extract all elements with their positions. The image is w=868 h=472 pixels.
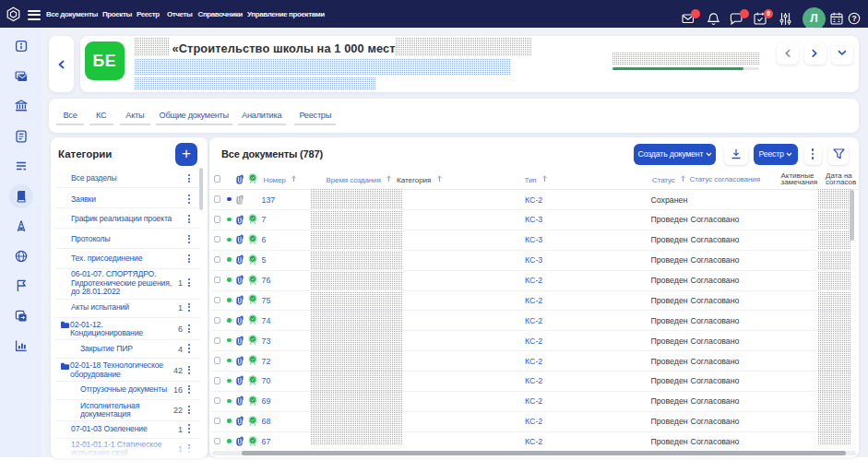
svg-text:?: ? (851, 14, 856, 23)
